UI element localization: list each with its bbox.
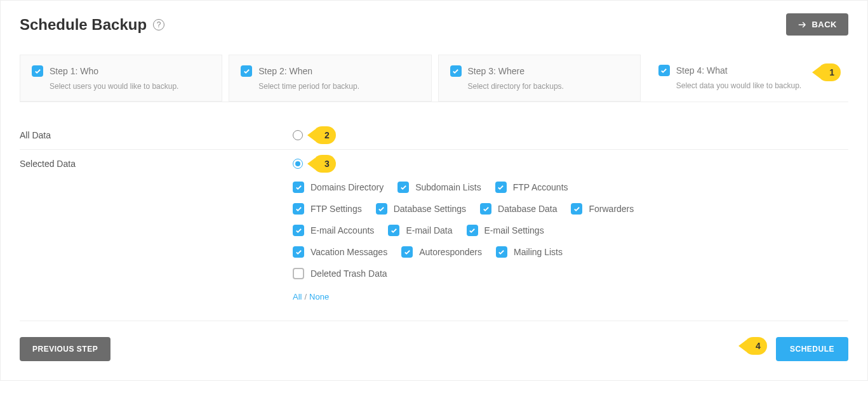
- checkbox-subdomain-lists[interactable]: Subdomain Lists: [397, 182, 481, 193]
- checkbox-icon: [293, 225, 304, 236]
- help-icon[interactable]: ?: [153, 19, 164, 30]
- checkbox-autoresponders[interactable]: Autoresponders: [401, 246, 482, 258]
- footer-row: PREVIOUS STEP 4 SCHEDULE: [20, 337, 848, 361]
- step-card-when[interactable]: Step 2: When Select time period for back…: [229, 55, 431, 102]
- checkbox-group: Domains Directory Subdomain Lists FTP Ac…: [293, 182, 634, 301]
- checkbox-icon: [496, 246, 507, 258]
- page-title: Schedule Backup ?: [20, 16, 164, 34]
- step-title: Step 4: What: [676, 65, 728, 76]
- back-button-label: BACK: [811, 20, 837, 29]
- step-desc: Select time period for backup.: [258, 82, 419, 91]
- checkbox-icon: [467, 225, 478, 236]
- callout-4: 4: [744, 337, 767, 355]
- all-data-control: 2: [293, 130, 848, 140]
- row-all-data: All Data 2: [20, 121, 848, 150]
- checkbox-icon: [495, 182, 507, 193]
- checkbox-forwarders[interactable]: Forwarders: [571, 203, 634, 215]
- all-data-radio[interactable]: [293, 130, 303, 140]
- checkbox-icon: [480, 203, 491, 215]
- selected-data-control: 3: [293, 159, 848, 169]
- checkbox-ftp-settings[interactable]: FTP Settings: [293, 203, 362, 215]
- checkbox-email-data[interactable]: E-mail Data: [388, 225, 452, 236]
- page-title-text: Schedule Backup: [20, 16, 147, 34]
- select-none-link[interactable]: None: [309, 292, 329, 301]
- previous-step-button[interactable]: PREVIOUS STEP: [20, 337, 110, 361]
- steps-row: Step 1: Who Select users you would like …: [20, 55, 848, 102]
- checkbox-vacation-messages[interactable]: Vacation Messages: [293, 246, 387, 258]
- checkbox-database-settings[interactable]: Database Settings: [376, 203, 466, 215]
- checkbox-domains-directory[interactable]: Domains Directory: [293, 182, 384, 193]
- step-title: Step 3: Where: [468, 66, 525, 76]
- row-selected-data: Selected Data 3 Domains Directory Subdom…: [20, 150, 848, 321]
- checkbox-icon: [376, 203, 387, 215]
- header-row: Schedule Backup ? BACK: [20, 13, 848, 36]
- checkbox-icon: [401, 246, 413, 258]
- checkmark-icon: [241, 65, 252, 77]
- callout-3: 3: [313, 155, 336, 173]
- all-data-label: All Data: [20, 130, 293, 140]
- checkmark-icon: [450, 65, 462, 77]
- step-desc: Select directory for backups.: [468, 82, 629, 91]
- checkbox-email-accounts[interactable]: E-mail Accounts: [293, 225, 374, 236]
- checkbox-icon: [388, 225, 399, 236]
- checkbox-icon: [293, 203, 304, 215]
- step-title: Step 1: Who: [50, 66, 98, 76]
- checkbox-mailing-lists[interactable]: Mailing Lists: [496, 246, 563, 258]
- checkbox-icon: [293, 246, 304, 258]
- schedule-button[interactable]: SCHEDULE: [776, 337, 848, 361]
- back-button[interactable]: BACK: [786, 13, 848, 36]
- step-card-what[interactable]: Step 4: What Select data you would like …: [647, 55, 848, 102]
- checkbox-database-data[interactable]: Database Data: [480, 203, 557, 215]
- back-arrow-icon: [798, 20, 806, 29]
- form-area: All Data 2 Selected Data 3 Domains Direc…: [20, 115, 848, 321]
- checkbox-email-settings[interactable]: E-mail Settings: [467, 225, 544, 236]
- checkbox-icon: [293, 182, 304, 193]
- step-desc: Select data you would like to backup.: [676, 81, 837, 90]
- checkbox-icon: [397, 182, 409, 193]
- selected-data-label: Selected Data: [20, 159, 293, 169]
- all-none-links: All/None: [293, 292, 634, 301]
- selected-data-radio[interactable]: [293, 159, 303, 169]
- checkbox-icon: [571, 203, 582, 215]
- checkbox-ftp-accounts[interactable]: FTP Accounts: [495, 182, 568, 193]
- callout-2: 2: [313, 126, 336, 144]
- step-card-where[interactable]: Step 3: Where Select directory for backu…: [438, 55, 641, 102]
- checkbox-deleted-trash[interactable]: Deleted Trash Data: [293, 268, 387, 279]
- checkmark-icon: [32, 65, 43, 77]
- step-title: Step 2: When: [258, 66, 312, 76]
- checkbox-icon: [293, 268, 304, 279]
- page-container: Schedule Backup ? BACK Step 1: Who Selec…: [0, 0, 868, 381]
- step-desc: Select users you would like to backup.: [50, 82, 210, 91]
- select-all-link[interactable]: All: [293, 292, 302, 301]
- checkmark-icon: [658, 65, 670, 76]
- step-card-who[interactable]: Step 1: Who Select users you would like …: [20, 55, 222, 102]
